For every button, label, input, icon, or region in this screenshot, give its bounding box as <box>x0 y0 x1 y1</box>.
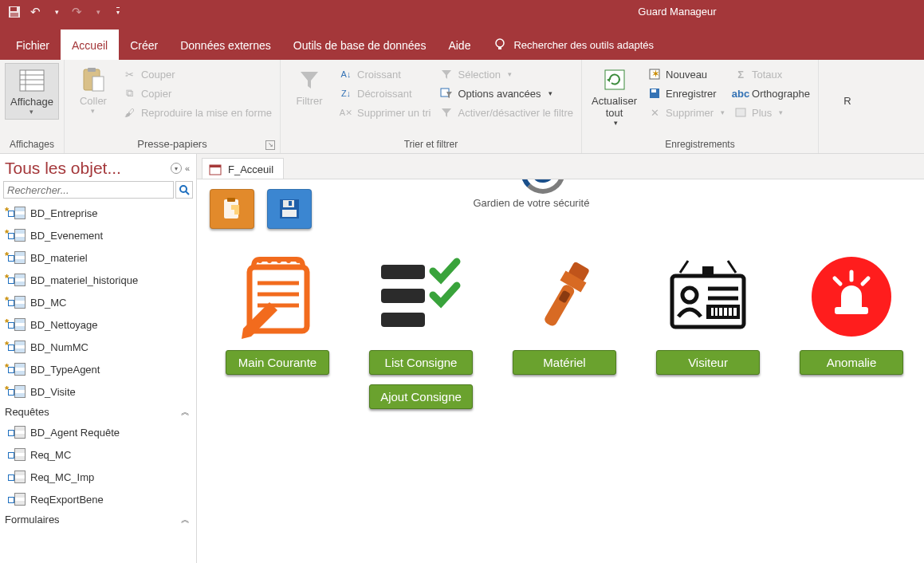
flashlight-icon <box>521 253 608 341</box>
group-enregistrements: Actualiser tout ✶Nouveau Enregistrer ✕Su… <box>582 60 819 153</box>
save-icon <box>648 87 661 100</box>
workspace: Tous les objet... ▾ « BD_Entreprise BD_E… <box>0 154 924 563</box>
nav-pane-title[interactable]: Tous les objet... <box>5 159 167 178</box>
svg-rect-34 <box>289 201 292 206</box>
group-label-affichages: Affichages <box>5 137 59 153</box>
chevron-up-icon: ︽ <box>181 406 190 418</box>
nav-query-item[interactable]: BD_Agent Requête <box>0 421 196 443</box>
selection-button[interactable]: Sélection <box>437 66 576 82</box>
materiel-button[interactable]: Matériel <box>513 350 616 375</box>
reproduire-button[interactable]: 🖌Reproduire la mise en forme <box>120 104 275 120</box>
nav-table-item[interactable]: BD_Visite <box>0 380 196 403</box>
visiteur-button[interactable]: Visiteur <box>656 350 760 375</box>
tab-accueil[interactable]: Accueil <box>61 30 119 60</box>
qat-customize-icon[interactable]: ▾ <box>108 2 128 22</box>
affichage-button[interactable]: Affichage ▾ <box>5 63 59 120</box>
svg-rect-28 <box>210 165 221 167</box>
tell-me-search[interactable]: Rechercher des outils adaptés <box>482 30 665 60</box>
filtrer-button[interactable]: Filtrer <box>285 63 333 110</box>
nav-table-item[interactable]: BD_Evenement <box>0 224 196 246</box>
form-save-button[interactable] <box>267 189 312 229</box>
qat-save-icon[interactable] <box>5 2 24 22</box>
svg-rect-48 <box>381 313 425 327</box>
main-courante-button[interactable]: Main Courante <box>226 350 329 375</box>
svg-marker-13 <box>301 72 318 89</box>
nouveau-button[interactable]: ✶Nouveau <box>645 66 728 82</box>
document-tab[interactable]: F_Acceuil <box>202 158 284 179</box>
plus-button[interactable]: Plus <box>731 104 813 120</box>
nav-table-item[interactable]: BD_Entreprise <box>0 202 196 224</box>
tab-creer[interactable]: Créer <box>119 30 169 60</box>
supprimer-tri-button[interactable]: A⨯Supprimer un tri <box>336 104 434 120</box>
id-badge-icon <box>664 253 752 341</box>
croissant-button[interactable]: A↓Croissant <box>336 66 434 82</box>
toggle-filter-button[interactable]: Activer/désactiver le filtre <box>437 104 576 120</box>
checklist-icon <box>377 253 465 341</box>
nav-table-item[interactable]: BD_NumMC <box>0 336 196 358</box>
format-painter-icon: 🖌 <box>124 106 136 119</box>
rechercher-button[interactable]: R <box>824 63 871 110</box>
totaux-button[interactable]: ΣTotaux <box>731 66 813 82</box>
supprimer-button[interactable]: ✕Supprimer <box>645 104 728 120</box>
svg-rect-23 <box>651 89 656 93</box>
nav-search-button[interactable] <box>175 181 193 199</box>
dialog-launcher-icon[interactable]: ↘ <box>265 140 275 150</box>
toggle-filter-icon <box>440 106 453 119</box>
coller-button[interactable]: Coller ▾ <box>69 63 117 118</box>
options-avancees-button[interactable]: Options avancées <box>437 85 576 101</box>
orthographe-button[interactable]: abcOrthographe <box>731 85 813 101</box>
tab-donnees-externes[interactable]: Données externes <box>169 30 282 60</box>
table-icon <box>8 274 24 286</box>
svg-point-37 <box>258 258 262 263</box>
svg-rect-35 <box>282 210 297 217</box>
couper-button[interactable]: ✂Couper <box>120 66 275 82</box>
svg-text:✶: ✶ <box>651 69 660 80</box>
svg-marker-14 <box>442 70 451 79</box>
nav-query-item[interactable]: Req_MC_Imp <box>0 466 196 488</box>
qat-undo-icon[interactable]: ↶ <box>26 2 45 22</box>
nav-section-formulaires[interactable]: Formulaires︽ <box>0 510 196 529</box>
table-icon <box>8 318 24 331</box>
svg-rect-56 <box>672 276 744 327</box>
actualiser-tout-button[interactable]: Actualiser tout <box>587 63 642 130</box>
list-consigne-button[interactable]: List Consigne <box>369 350 473 375</box>
form-paste-button[interactable] <box>210 189 254 229</box>
nav-query-item[interactable]: ReqExportBene <box>0 488 196 510</box>
navigation-pane: Tous les objet... ▾ « BD_Entreprise BD_E… <box>0 154 197 563</box>
qat-undo-more[interactable] <box>46 2 65 22</box>
ajout-consigne-button[interactable]: Ajout Consigne <box>369 384 473 409</box>
group-affichages: Affichage ▾ Affichages <box>0 60 65 153</box>
logo: SECURYGARD Gardien de votre sécurité <box>471 179 592 209</box>
scissors-icon: ✂ <box>124 68 136 81</box>
delete-icon: ✕ <box>648 106 661 119</box>
group-label-presse-papiers: Presse-papiers↘ <box>69 136 275 153</box>
copier-button[interactable]: ⧉Copier <box>120 85 275 101</box>
qat-redo-icon[interactable]: ↷ <box>67 2 86 22</box>
enregistrer-button[interactable]: Enregistrer <box>645 85 728 101</box>
nav-table-item[interactable]: BD_materiel <box>0 246 196 269</box>
qat-redo-more[interactable] <box>88 2 107 22</box>
nav-search-input[interactable] <box>3 181 174 199</box>
nav-table-item[interactable]: BD_TypeAgent <box>0 358 196 380</box>
nav-table-item[interactable]: BD_materiel_historique <box>0 269 196 291</box>
nav-query-item[interactable]: Req_MC <box>0 443 196 466</box>
anomalie-button[interactable]: Anomalie <box>800 350 903 375</box>
tab-outils-bd[interactable]: Outils de base de données <box>282 30 438 60</box>
nav-table-item[interactable]: BD_MC <box>0 291 196 313</box>
document-tab-label: F_Acceuil <box>228 163 273 175</box>
group-trier-filtrer: Filtrer A↓Croissant Z↓Décroissant A⨯Supp… <box>281 60 582 153</box>
tab-fichier[interactable]: Fichier <box>5 30 61 60</box>
decroissant-button[interactable]: Z↓Décroissant <box>336 85 434 101</box>
sort-asc-icon: A↓ <box>340 68 352 81</box>
nav-dropdown-icon[interactable]: ▾ <box>171 163 182 174</box>
nav-table-item[interactable]: BD_Nettoyage <box>0 313 196 336</box>
svg-rect-12 <box>92 77 104 91</box>
selection-filter-icon <box>440 68 453 81</box>
nav-section-requetes[interactable]: Requêtes︽ <box>0 403 196 421</box>
table-icon <box>8 207 24 219</box>
nav-collapse-icon[interactable]: « <box>185 163 190 173</box>
nav-object-list[interactable]: BD_Entreprise BD_Evenement BD_materiel B… <box>0 202 196 563</box>
form-body: SECURYGARD Gardien de votre sécurité Mai… <box>197 179 924 563</box>
tab-aide[interactable]: Aide <box>437 30 482 60</box>
svg-point-40 <box>286 258 291 263</box>
